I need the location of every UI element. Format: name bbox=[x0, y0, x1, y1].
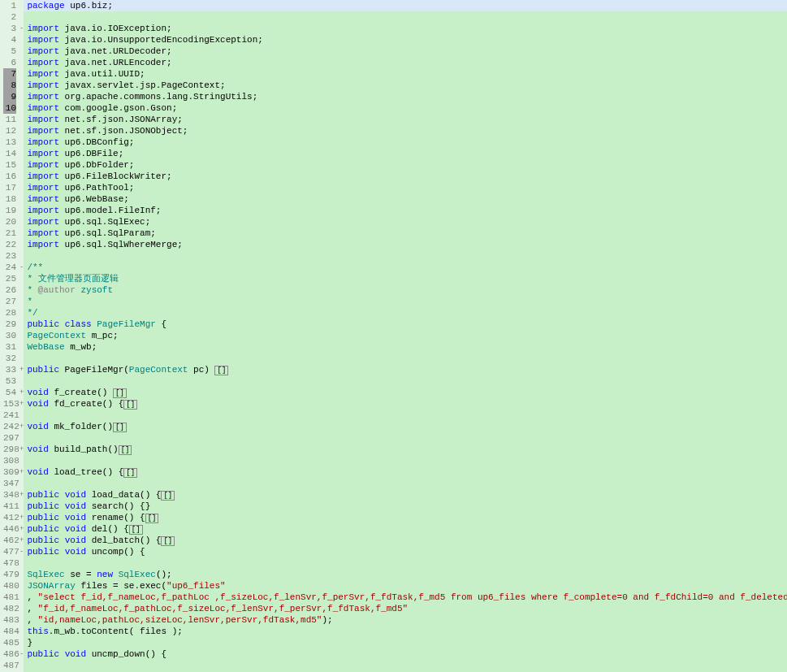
line-number[interactable]: 10 bbox=[3, 102, 16, 114]
code-line[interactable] bbox=[24, 375, 787, 387]
code-line[interactable]: import java.io.UnsupportedEncodingExcept… bbox=[24, 34, 787, 46]
line-number[interactable]: 477 bbox=[3, 546, 16, 557]
code-line[interactable]: package up6.biz; bbox=[24, 0, 787, 11]
line-number[interactable]: 14 bbox=[3, 148, 16, 159]
line-number[interactable]: 25 bbox=[3, 273, 16, 284]
line-number[interactable]: 28 bbox=[3, 307, 16, 319]
code-line[interactable]: import javax.servlet.jsp.PageContext; bbox=[24, 80, 787, 91]
code-line[interactable]: void build_path()[] bbox=[24, 444, 787, 455]
line-number[interactable]: 9 bbox=[3, 91, 16, 102]
line-number[interactable]: 24 bbox=[3, 262, 16, 273]
code-line[interactable] bbox=[24, 410, 787, 421]
code-line[interactable] bbox=[24, 660, 787, 671]
code-line[interactable]: import net.sf.json.JSONObject; bbox=[24, 125, 787, 137]
code-line[interactable]: public void uncomp() { bbox=[24, 546, 787, 557]
line-number[interactable]: 480 bbox=[3, 580, 16, 592]
line-number[interactable]: 23 bbox=[3, 250, 16, 262]
line-number[interactable]: 482 bbox=[3, 603, 16, 614]
code-line[interactable] bbox=[24, 557, 787, 569]
code-line[interactable]: public void load_data() {[] bbox=[24, 489, 787, 501]
line-number[interactable]: 31 bbox=[3, 341, 16, 353]
code-area[interactable]: package up6.biz;import java.io.IOExcepti… bbox=[24, 0, 787, 672]
line-number[interactable]: 479 bbox=[3, 569, 16, 580]
code-line[interactable]: import up6.DBFile; bbox=[24, 148, 787, 159]
code-line[interactable]: PageContext m_pc; bbox=[24, 330, 787, 341]
code-line[interactable]: WebBase m_wb; bbox=[24, 341, 787, 353]
code-line[interactable]: public void rename() {[] bbox=[24, 512, 787, 523]
line-number[interactable]: 21 bbox=[3, 228, 16, 239]
line-number[interactable]: 19 bbox=[3, 205, 16, 216]
code-line[interactable]: import net.sf.json.JSONArray; bbox=[24, 114, 787, 125]
code-line[interactable]: import com.google.gson.Gson; bbox=[24, 102, 787, 114]
code-line[interactable] bbox=[24, 432, 787, 444]
code-line[interactable]: public class PageFileMgr { bbox=[24, 319, 787, 330]
code-line[interactable]: , "f_id,f_nameLoc,f_pathLoc,f_sizeLoc,f_… bbox=[24, 603, 787, 614]
line-number[interactable]: 8 bbox=[3, 80, 16, 91]
code-line[interactable]: * 文件管理器页面逻辑 bbox=[24, 273, 787, 284]
line-number[interactable]: 27 bbox=[3, 296, 16, 307]
code-line[interactable]: import java.net.URLDecoder; bbox=[24, 46, 787, 57]
line-number[interactable]: 481 bbox=[3, 592, 16, 603]
code-line[interactable]: void f_create() [] bbox=[24, 387, 787, 398]
code-line[interactable] bbox=[24, 250, 787, 262]
code-line[interactable]: import up6.PathTool; bbox=[24, 182, 787, 193]
code-line[interactable]: * @author zysoft bbox=[24, 284, 787, 296]
line-number[interactable]: 7 bbox=[3, 68, 16, 80]
line-number[interactable]: 309 bbox=[3, 466, 16, 478]
code-line[interactable]: void fd_create() {[] bbox=[24, 398, 787, 410]
code-line[interactable]: import up6.model.FileInf; bbox=[24, 205, 787, 216]
line-number[interactable]: 462 bbox=[3, 535, 16, 546]
code-line[interactable]: import up6.sql.SqlParam; bbox=[24, 228, 787, 239]
line-number[interactable]: 242 bbox=[3, 421, 16, 432]
line-number[interactable]: 446 bbox=[3, 523, 16, 535]
code-line[interactable]: import java.util.UUID; bbox=[24, 68, 787, 80]
line-number[interactable]: 298 bbox=[3, 444, 16, 455]
line-number[interactable]: 13 bbox=[3, 137, 16, 148]
line-number[interactable]: 347 bbox=[3, 478, 16, 489]
line-number[interactable]: 53 bbox=[3, 375, 16, 387]
line-number[interactable]: 412 bbox=[3, 512, 16, 523]
line-number[interactable]: 2 bbox=[3, 11, 16, 23]
line-number[interactable]: 30 bbox=[3, 330, 16, 341]
line-number[interactable]: 12 bbox=[3, 125, 16, 137]
code-line[interactable]: public void uncmp_down() { bbox=[24, 648, 787, 660]
code-line[interactable] bbox=[24, 353, 787, 364]
code-line[interactable]: public void search() {} bbox=[24, 501, 787, 512]
line-number[interactable]: 241 bbox=[3, 410, 16, 421]
code-line[interactable]: SqlExec se = new SqlExec(); bbox=[24, 569, 787, 580]
code-line[interactable]: import up6.FileBlockWriter; bbox=[24, 171, 787, 182]
code-line[interactable]: public PageFileMgr(PageContext pc) [] bbox=[24, 364, 787, 375]
line-number[interactable]: 33 bbox=[3, 364, 16, 375]
code-editor[interactable]: 1234567891011121314151617181920212223242… bbox=[0, 0, 787, 672]
code-line[interactable]: public void del() {[] bbox=[24, 523, 787, 535]
code-line[interactable]: , "id,nameLoc,pathLoc,sizeLoc,lenSvr,per… bbox=[24, 614, 787, 626]
code-line[interactable]: , "select f_id,f_nameLoc,f_pathLoc ,f_si… bbox=[24, 592, 787, 603]
line-number[interactable]: 411 bbox=[3, 501, 16, 512]
line-number[interactable]: 4 bbox=[3, 34, 16, 46]
line-number[interactable]: 484 bbox=[3, 626, 16, 637]
line-number[interactable]: 29 bbox=[3, 319, 16, 330]
line-number[interactable]: 15 bbox=[3, 159, 16, 171]
code-line[interactable]: this.m_wb.toContent( files ); bbox=[24, 626, 787, 637]
line-number[interactable]: 153 bbox=[3, 398, 16, 410]
code-line[interactable]: void load_tree() {[] bbox=[24, 466, 787, 478]
line-number[interactable]: 3 bbox=[3, 23, 16, 34]
line-number[interactable]: 486 bbox=[3, 648, 16, 660]
line-number[interactable]: 348 bbox=[3, 489, 16, 501]
line-number[interactable]: 1 bbox=[3, 0, 16, 11]
code-line[interactable]: import java.net.URLEncoder; bbox=[24, 57, 787, 68]
code-line[interactable]: import org.apache.commons.lang.StringUti… bbox=[24, 91, 787, 102]
line-number[interactable]: 6 bbox=[3, 57, 16, 68]
code-line[interactable]: } bbox=[24, 637, 787, 648]
line-number[interactable]: 17 bbox=[3, 182, 16, 193]
code-line[interactable]: JSONArray files = se.exec("up6_files" bbox=[24, 580, 787, 592]
line-number[interactable]: 54 bbox=[3, 387, 16, 398]
line-number[interactable]: 308 bbox=[3, 455, 16, 466]
code-line[interactable]: void mk_folder()[] bbox=[24, 421, 787, 432]
code-line[interactable]: import up6.sql.SqlWhereMerge; bbox=[24, 239, 787, 250]
line-number[interactable]: 485 bbox=[3, 637, 16, 648]
code-line[interactable]: * bbox=[24, 296, 787, 307]
code-line[interactable]: public void del_batch() {[] bbox=[24, 535, 787, 546]
code-line[interactable]: import up6.sql.SqlExec; bbox=[24, 216, 787, 228]
line-number[interactable]: 483 bbox=[3, 614, 16, 626]
